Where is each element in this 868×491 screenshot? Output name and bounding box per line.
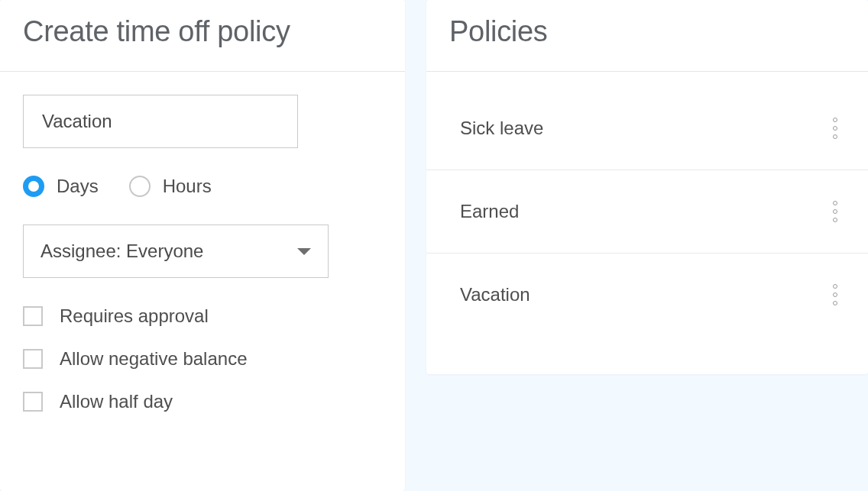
policy-row[interactable]: Sick leave: [426, 87, 868, 170]
more-vertical-icon[interactable]: [828, 113, 842, 144]
assignee-select-label: Assignee: Everyone: [40, 241, 203, 262]
unit-hours-radio[interactable]: Hours: [129, 176, 212, 197]
requires-approval-checkbox[interactable]: Requires approval: [23, 305, 382, 327]
requires-approval-label: Requires approval: [60, 305, 209, 327]
allow-half-day-label: Allow half day: [60, 391, 173, 412]
more-vertical-icon[interactable]: [828, 279, 842, 310]
unit-hours-label: Hours: [163, 176, 212, 197]
policies-title: Policies: [449, 15, 845, 48]
policy-name-label: Vacation: [460, 284, 530, 305]
radio-unselected-icon: [129, 176, 151, 197]
policy-name-input[interactable]: [23, 95, 298, 148]
policies-list: Sick leave Earned Vacation: [426, 72, 868, 336]
assignee-select[interactable]: Assignee: Everyone: [23, 225, 329, 278]
unit-days-label: Days: [57, 176, 99, 197]
chevron-down-icon: [297, 248, 311, 255]
allow-half-day-checkbox[interactable]: Allow half day: [23, 391, 382, 412]
policy-name-label: Sick leave: [460, 118, 543, 139]
unit-days-radio[interactable]: Days: [23, 176, 99, 197]
checkbox-unchecked-icon: [23, 306, 43, 326]
create-policy-title: Create time off policy: [23, 15, 382, 48]
radio-selected-icon: [23, 176, 44, 197]
policy-name-label: Earned: [460, 201, 519, 222]
create-policy-panel: Create time off policy Days Hours Assign…: [0, 0, 405, 491]
policies-header: Policies: [426, 0, 868, 72]
allow-negative-label: Allow negative balance: [60, 348, 248, 370]
create-policy-header: Create time off policy: [0, 0, 405, 72]
checkbox-unchecked-icon: [23, 392, 43, 412]
policy-row[interactable]: Vacation: [426, 254, 868, 336]
policy-row[interactable]: Earned: [426, 170, 868, 254]
checkbox-unchecked-icon: [23, 349, 43, 369]
policies-panel: Policies Sick leave Earned Vacation: [426, 0, 868, 374]
unit-radio-group: Days Hours: [23, 176, 382, 197]
more-vertical-icon[interactable]: [828, 196, 842, 227]
allow-negative-checkbox[interactable]: Allow negative balance: [23, 348, 382, 370]
create-policy-form: Days Hours Assignee: Everyone Requires a…: [0, 72, 405, 412]
